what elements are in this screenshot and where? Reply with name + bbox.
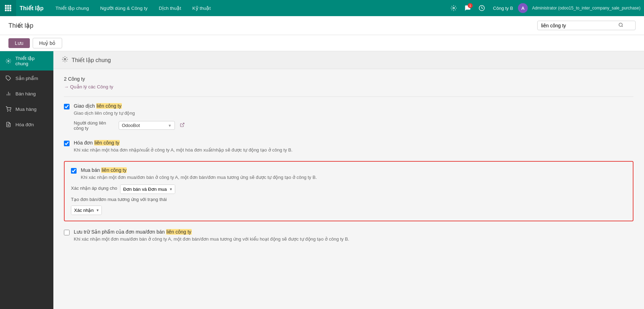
sidebar-item-thiet-lap-chung[interactable]: Thiết lập chung [0, 51, 53, 70]
sidebar-item-ban-hang[interactable]: Bán hàng [0, 86, 53, 101]
search-input[interactable] [541, 23, 618, 28]
save-button[interactable]: Lưu [8, 38, 30, 48]
divider-1 [64, 96, 633, 97]
chart-icon [5, 90, 12, 97]
svg-rect-7 [7, 9, 9, 11]
user-menu[interactable]: A Administrator (odoo15_to_inter_company… [518, 3, 640, 13]
section-header: Thiết lập chung [53, 51, 644, 69]
svg-rect-4 [7, 7, 9, 9]
user-label: Administrator (odoo15_to_inter_company_s… [532, 6, 640, 11]
cancel-button[interactable]: Huỷ bỏ [33, 38, 63, 48]
action-bar: Lưu Huỷ bỏ [0, 35, 644, 51]
inter-company-transaction-desc: Giao dịch liên công ty tự động [74, 110, 633, 117]
svg-point-13 [8, 60, 9, 62]
invoice-icon [5, 121, 12, 128]
cart-icon [5, 106, 12, 113]
invoice-title-prefix: Hóa đơn [74, 140, 94, 146]
status-label: Tạo đơn bán/đơn mua tương ứng với trạng … [71, 197, 626, 202]
title-prefix: Giao dịch [74, 103, 96, 109]
inter-company-invoice-checkbox[interactable] [64, 141, 70, 146]
sidebar-label-hoa-don: Hóa đơn [15, 122, 34, 127]
setting-inter-company-invoice: Hóa đơn liên công ty Khi xác nhận một hó… [64, 140, 633, 154]
inter-company-product-desc: Khi xác nhận một đơn mua/đơn bán ở công … [74, 236, 633, 243]
user-row: Người dùng liêncông ty OdooBot ▼ [74, 120, 633, 131]
setting-inter-company-transaction: Giao dịch liên công ty Giao dịch liên cô… [64, 103, 633, 132]
setting-inter-company-product: Lưu trữ Sản phẩm của đơn mua/đơn bán liê… [64, 229, 633, 243]
inter-company-product-checkbox[interactable] [64, 230, 70, 235]
second-bar: Thiết lập [0, 16, 644, 35]
settings-icon-btn[interactable] [447, 2, 460, 14]
content-area: 2 Công ty → Quản lý các Công ty Giao dịc… [53, 69, 644, 261]
highlighted-box-sale: Mua bán liên công ty Khi xác nhận một đơ… [64, 161, 633, 221]
status-select[interactable]: Xác nhận Nháp [71, 206, 102, 215]
confirm-row: Xác nhận áp dụng cho Đơn bán và Đơn mua … [71, 184, 626, 194]
inter-company-invoice-title: Hóa đơn liên công ty [74, 140, 633, 146]
sale-title-prefix: Mua bán [81, 167, 101, 173]
svg-rect-0 [5, 5, 7, 7]
title-highlight: liên công ty [96, 103, 122, 109]
search-box[interactable] [537, 21, 636, 30]
sidebar-item-mua-hang[interactable]: Mua hàng [0, 101, 53, 117]
sidebar-label-mua-hang: Mua hàng [15, 107, 37, 112]
setting-inter-company-sale: Mua bán liên công ty Khi xác nhận một đơ… [71, 167, 626, 181]
confirm-dropdown-wrapper[interactable]: Đơn bán và Đơn mua Đơn bán Đơn mua ▼ [120, 184, 175, 194]
inter-company-sale-checkbox[interactable] [71, 168, 77, 174]
manage-arrow-icon: → [64, 84, 69, 89]
sale-title-highlight: liên công ty [101, 167, 127, 173]
sidebar: Thiết lập chung Sản phẩm Bán hàng [0, 51, 53, 309]
section-header-title: Thiết lập chung [72, 57, 111, 63]
svg-rect-8 [9, 9, 11, 11]
nav-ky-thuat[interactable]: Kỹ thuật [187, 0, 216, 16]
search-icon[interactable] [618, 22, 623, 28]
inter-company-transaction-checkbox[interactable] [64, 104, 70, 109]
user-select-wrapper[interactable]: OdooBot ▼ [119, 121, 175, 130]
sidebar-item-san-pham[interactable]: Sản phẩm [0, 70, 53, 86]
main-content: Thiết lập chung 2 Công ty → Quản lý các … [53, 51, 644, 309]
page-title: Thiết lập [8, 22, 537, 29]
tag-icon [5, 75, 12, 82]
svg-rect-1 [7, 5, 9, 7]
confirm-select[interactable]: Đơn bán và Đơn mua Đơn bán Đơn mua [120, 185, 175, 194]
company-info: 2 Công ty → Quản lý các Công ty [64, 76, 633, 89]
invoice-title-highlight: liên công ty [94, 140, 120, 146]
product-title-prefix: Lưu trữ Sản phẩm của đơn mua/đơn bán [74, 229, 166, 235]
svg-rect-2 [9, 5, 11, 7]
sidebar-label-ban-hang: Bán hàng [15, 91, 36, 96]
inter-company-transaction-content: Giao dịch liên công ty Giao dịch liên cô… [74, 103, 633, 132]
sidebar-label-san-pham: Sản phẩm [15, 75, 38, 81]
user-row-label: Người dùng liêncông ty [74, 120, 116, 131]
nav-dich-thuat[interactable]: Dịch thuật [153, 0, 186, 16]
confirm-label: Xác nhận áp dụng cho [71, 186, 117, 191]
svg-rect-3 [5, 7, 7, 9]
apps-button[interactable] [0, 0, 16, 16]
top-nav: Thiết lập Thiết lập chung Người dùng & C… [0, 0, 644, 16]
inter-company-product-content: Lưu trữ Sản phẩm của đơn mua/đơn bán liê… [74, 229, 633, 243]
nav-thiet-lap-chung[interactable]: Thiết lập chung [50, 0, 94, 16]
svg-point-9 [453, 7, 455, 9]
nav-nguoi-dung-cong-ty[interactable]: Người dùng & Công ty [94, 0, 153, 16]
svg-point-11 [619, 23, 622, 26]
clock-icon-btn[interactable] [475, 2, 488, 14]
user-avatar: A [518, 3, 528, 13]
top-nav-links: Thiết lập chung Người dùng & Công ty Dịc… [50, 0, 447, 16]
svg-point-18 [7, 111, 8, 111]
top-nav-right: 1 Công ty B A Administrator (odoo15_to_i… [447, 2, 644, 14]
svg-line-12 [622, 26, 623, 27]
status-dropdown-wrapper[interactable]: Xác nhận Nháp ▼ [71, 206, 102, 215]
svg-point-22 [64, 59, 66, 60]
svg-rect-6 [5, 9, 7, 11]
company-label[interactable]: Công ty B [489, 6, 517, 11]
sidebar-item-hoa-don[interactable]: Hóa đơn [0, 117, 53, 132]
status-row: Tạo đơn bán/đơn mua tương ứng với trạng … [71, 197, 626, 215]
manage-companies-link[interactable]: → Quản lý các Công ty [64, 84, 633, 89]
chat-icon-btn[interactable]: 1 [461, 2, 474, 14]
inter-company-invoice-desc: Khi xác nhận một hóa đơn nhập/xuất ở côn… [74, 147, 633, 154]
company-count: 2 Công ty [64, 76, 633, 82]
sidebar-label-thiet-lap-chung: Thiết lập chung [15, 55, 48, 66]
layout: Thiết lập chung Sản phẩm Bán hàng [0, 51, 644, 309]
user-select-value: OdooBot [122, 123, 165, 128]
external-link-icon[interactable] [180, 122, 185, 128]
manage-label: Quản lý các Công ty [70, 84, 113, 89]
chat-badge: 1 [468, 3, 473, 8]
brand-title: Thiết lập [16, 5, 50, 12]
